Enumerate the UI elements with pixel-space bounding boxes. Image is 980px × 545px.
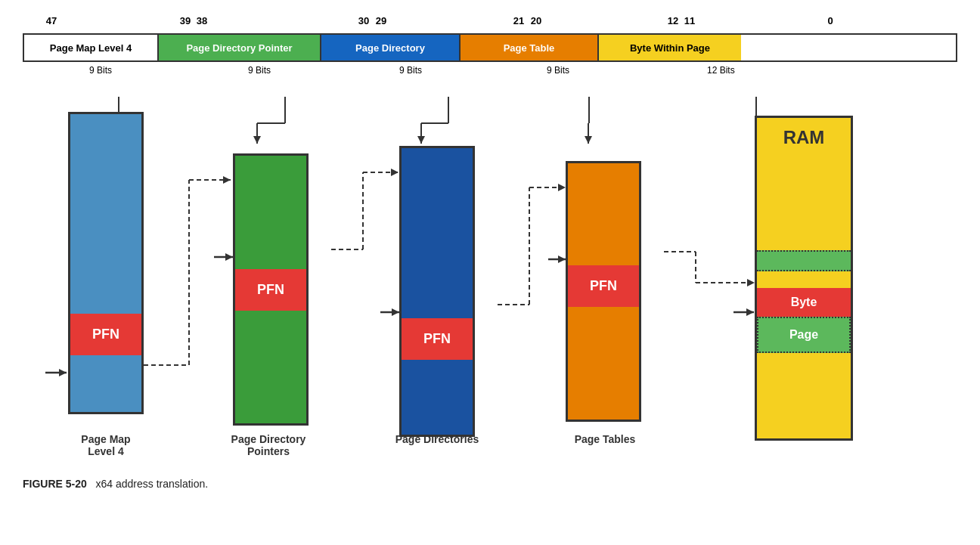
pdp-pfn: PFN <box>235 269 306 311</box>
col-label-pt: Page Tables <box>544 433 665 445</box>
svg-marker-45 <box>746 308 754 316</box>
seg-pml4: Page Map Level 4 <box>24 35 159 60</box>
ram-block: RAM Byte Page <box>755 116 853 441</box>
bit-numbers: 47 39 38 30 29 21 20 12 11 0 <box>23 15 957 32</box>
bit-47: 47 <box>46 15 57 26</box>
bit-30: 30 <box>358 15 369 26</box>
ram-page: Page <box>757 317 851 353</box>
bit-21: 21 <box>513 15 524 26</box>
bits-label-pml4: 9 Bits <box>89 65 112 76</box>
bits-label-bwp: 12 Bits <box>707 65 735 76</box>
seg-pdp: Page Directory Pointer <box>159 35 321 60</box>
svg-marker-21 <box>59 369 67 376</box>
bit-12: 12 <box>668 15 678 26</box>
svg-marker-33 <box>392 308 399 316</box>
col-label-pml4: Page MapLevel 4 <box>60 433 151 457</box>
bits-label-pd: 9 Bits <box>399 65 422 76</box>
seg-pt: Page Table <box>461 35 599 60</box>
col-label-pdp: Page DirectoryPointers <box>216 433 321 457</box>
svg-marker-31 <box>391 169 399 176</box>
seg-pd: Page Directory <box>321 35 461 60</box>
figure-caption-text: x64 address translation. <box>95 478 208 490</box>
bits-label-pdp: 9 Bits <box>248 65 271 76</box>
bit-39: 39 <box>180 15 191 26</box>
ram-title: RAM <box>757 118 851 148</box>
ram-byte: Byte <box>757 288 851 317</box>
svg-marker-7 <box>253 136 261 144</box>
pdp-block: PFN <box>233 153 309 426</box>
pd-pfn: PFN <box>402 318 473 360</box>
bit-38: 38 <box>197 15 207 26</box>
bits-label-pt: 9 Bits <box>547 65 569 76</box>
figure-label: FIGURE 5-20 <box>23 478 87 490</box>
svg-marker-27 <box>225 253 233 261</box>
svg-marker-25 <box>223 176 231 184</box>
bit-0: 0 <box>827 15 833 26</box>
pt-block: PFN <box>566 161 641 422</box>
main-area: PFN PFN PFN PFN RAM Byte Page Page MapLe… <box>23 89 957 482</box>
ram-page-highlight <box>757 250 851 271</box>
svg-marker-39 <box>558 255 566 263</box>
svg-marker-11 <box>417 136 425 144</box>
pt-pfn: PFN <box>568 265 639 307</box>
pd-block: PFN <box>399 146 475 437</box>
svg-marker-37 <box>558 184 566 191</box>
addr-segments: Page Map Level 4 Page Directory Pointer … <box>23 33 957 62</box>
bit-20: 20 <box>531 15 541 26</box>
figure-caption: FIGURE 5-20 x64 address translation. <box>23 478 208 490</box>
addr-bar-wrapper: 47 39 38 30 29 21 20 12 11 0 Page Map Le… <box>23 15 957 82</box>
diagram-container: 47 39 38 30 29 21 20 12 11 0 Page Map Le… <box>0 0 980 497</box>
col-label-pd: Page Directories <box>377 433 498 445</box>
bit-11: 11 <box>684 15 695 26</box>
svg-marker-15 <box>585 136 592 144</box>
pml4-pfn: PFN <box>70 314 141 355</box>
seg-bwp: Byte Within Page <box>599 35 741 60</box>
svg-marker-43 <box>747 279 755 286</box>
pml4-block: PFN <box>68 112 144 414</box>
bit-29: 29 <box>376 15 386 26</box>
